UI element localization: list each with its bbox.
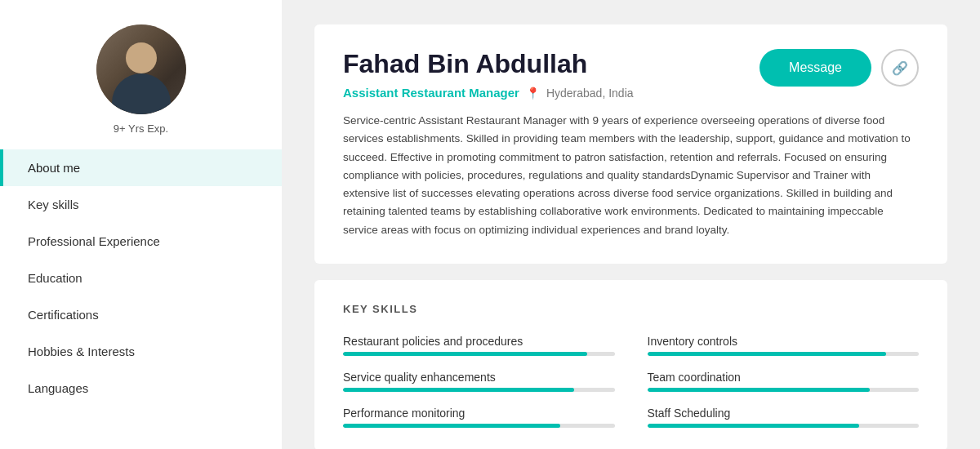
skill-item: Restaurant policies and procedures: [343, 335, 615, 356]
skill-item: Staff Scheduling: [648, 407, 920, 428]
candidate-name: Fahad Bin Abdullah: [343, 49, 634, 79]
skill-item: Team coordination: [648, 371, 920, 392]
skill-bar-fill: [648, 388, 871, 392]
main-content: Fahad Bin Abdullah Assistant Restaurant …: [282, 0, 980, 449]
profile-header-card: Fahad Bin Abdullah Assistant Restaurant …: [314, 24, 947, 264]
location-text: Hyderabad, India: [546, 87, 634, 100]
skill-item: Performance monitoring: [343, 407, 615, 428]
skill-name: Service quality enhancements: [343, 371, 615, 384]
skills-section-card: KEY SKILLS Restaurant policies and proce…: [314, 280, 947, 449]
skill-name: Team coordination: [648, 371, 920, 384]
skill-bar-background: [343, 388, 615, 392]
subtitle-row: Assistant Restaurant Manager 📍 Hyderabad…: [343, 86, 634, 100]
skill-bar-fill: [648, 352, 887, 356]
skill-bar-fill: [343, 424, 560, 428]
avatar: [96, 24, 186, 114]
skill-name: Staff Scheduling: [648, 407, 920, 420]
sidebar-item-languages[interactable]: Languages: [0, 370, 282, 407]
skill-bar-background: [648, 424, 920, 428]
skill-item: Service quality enhancements: [343, 371, 615, 392]
sidebar-item-certifications[interactable]: Certifications: [0, 296, 282, 333]
skills-grid: Restaurant policies and procedures Inven…: [343, 335, 919, 428]
skill-bar-background: [343, 424, 615, 428]
skill-bar-fill: [648, 424, 859, 428]
job-title: Assistant Restaurant Manager: [343, 86, 519, 100]
sidebar-item-about-me[interactable]: About me: [0, 149, 282, 186]
avatar-image: [96, 24, 186, 114]
sidebar-item-key-skills[interactable]: Key skills: [0, 186, 282, 223]
sidebar: 9+ Yrs Exp. About meKey skillsProfession…: [0, 0, 282, 449]
sidebar-item-hobbies-interests[interactable]: Hobbies & Interests: [0, 333, 282, 370]
profile-title-area: Fahad Bin Abdullah Assistant Restaurant …: [343, 49, 634, 100]
skill-bar-fill: [343, 388, 574, 392]
skill-bar-background: [648, 352, 920, 356]
skill-item: Inventory controls: [648, 335, 920, 356]
share-icon: 🔗: [892, 60, 908, 76]
share-button[interactable]: 🔗: [881, 49, 919, 87]
sidebar-item-professional-experience[interactable]: Professional Experience: [0, 223, 282, 260]
message-button[interactable]: Message: [760, 49, 871, 87]
profile-top-row: Fahad Bin Abdullah Assistant Restaurant …: [343, 49, 919, 100]
page-container: 9+ Yrs Exp. About meKey skillsProfession…: [0, 0, 980, 449]
skill-name: Inventory controls: [648, 335, 920, 348]
skill-name: Restaurant policies and procedures: [343, 335, 615, 348]
skill-bar-background: [343, 352, 615, 356]
navigation-menu: About meKey skillsProfessional Experienc…: [0, 149, 282, 407]
profile-actions: Message 🔗: [760, 49, 919, 87]
location-pin-icon: 📍: [526, 87, 540, 100]
skill-name: Performance monitoring: [343, 407, 615, 420]
sidebar-item-education[interactable]: Education: [0, 260, 282, 296]
skill-bar-fill: [343, 352, 587, 356]
skill-bar-background: [648, 388, 920, 392]
about-text: Service-centric Assistant Restaurant Man…: [343, 112, 919, 239]
experience-label: 9+ Yrs Exp.: [114, 122, 168, 135]
skills-heading: KEY SKILLS: [343, 303, 919, 315]
